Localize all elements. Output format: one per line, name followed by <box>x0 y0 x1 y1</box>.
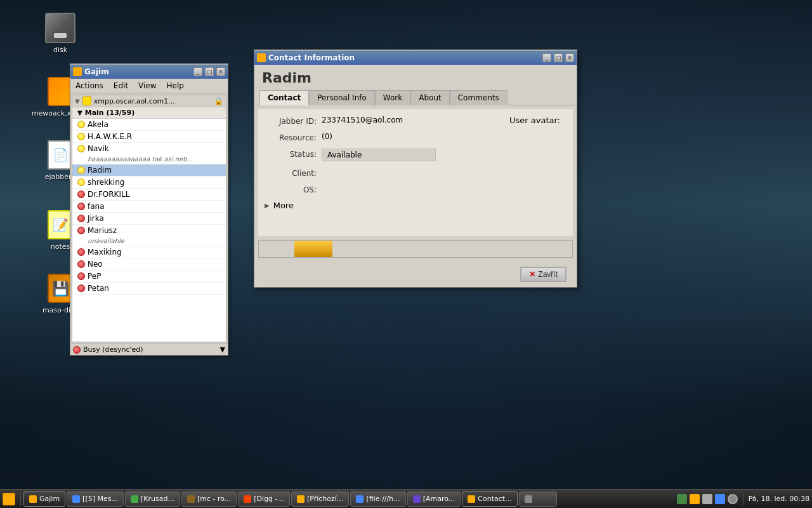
user-avatar-label: User avatar: <box>509 116 560 125</box>
hawker-name: H.A.W.K.E.R <box>88 132 132 141</box>
gajim-close-btn[interactable]: ✕ <box>216 67 225 76</box>
gajim-app-icon <box>73 67 82 76</box>
gajim-title: Gajim <box>84 67 191 76</box>
drforkill-name: Dr.FORKILL <box>88 190 129 199</box>
maxiking-name: Maxiking <box>88 248 122 257</box>
taskbar-btn-krusader[interactable]: [Krusad... <box>125 491 180 507</box>
os-row: OS: <box>265 184 566 194</box>
tab-work[interactable]: Work <box>375 90 410 105</box>
client-row: Client: <box>265 168 566 178</box>
menu-view[interactable]: View <box>136 80 159 91</box>
contact-list-inner[interactable]: ▼ xmpp.oscar.aol.com1... 🔒 ▼ Main (13/59… <box>72 95 226 342</box>
taskbar-btn-file[interactable]: [file:///h... <box>350 491 405 507</box>
taskbar-btn-mc[interactable]: [mc - ro... <box>181 491 237 507</box>
progress-left-pad <box>259 241 277 257</box>
tray-icon-3[interactable] <box>702 494 712 504</box>
fana-name: fana <box>88 202 105 211</box>
contact-shrekking[interactable]: shrekking <box>72 177 226 189</box>
menu-actions[interactable]: Actions <box>73 80 106 91</box>
more-triangle-icon: ▶ <box>265 202 270 209</box>
taskbar-sep-1 <box>20 493 21 505</box>
contact-pep[interactable]: PeP <box>72 271 226 283</box>
contact-navik[interactable]: Navik haaaaaaaaaaaaaaa tak asi neb... <box>72 143 226 164</box>
gajim-status-text: Busy (desync'ed) <box>83 345 218 354</box>
contact-fana[interactable]: fana <box>72 201 226 213</box>
account-row[interactable]: ▼ xmpp.oscar.aol.com1... 🔒 <box>72 95 226 107</box>
contact-taskbar-label: Contact... <box>478 495 511 503</box>
gajim-window: Gajim _ □ ✕ Actions Edit View Help ▼ xmp… <box>70 64 228 356</box>
petan-name: Petan <box>88 284 109 293</box>
file-taskbar-label: [file:///h... <box>366 495 400 503</box>
tab-comments[interactable]: Comments <box>450 90 508 105</box>
file-taskbar-icon <box>356 495 363 503</box>
contact-jirka[interactable]: Jirka <box>72 213 226 225</box>
taskbar-btn-prichozi[interactable]: [Příchozí... <box>291 491 349 507</box>
client-label: Client: <box>265 168 322 178</box>
menu-edit[interactable]: Edit <box>111 80 131 91</box>
contact-info-minimize-btn[interactable]: _ <box>542 53 551 62</box>
jabber-id-label: Jabber ID: <box>265 116 322 126</box>
mariusz-name: Mariusz <box>88 226 117 235</box>
taskbar-btn-extra[interactable] <box>519 491 557 507</box>
resource-label: Resource: <box>265 132 322 142</box>
contact-info-title: Contact Information <box>268 53 540 62</box>
jabber-id-value: 233741510@aol.com <box>322 116 403 124</box>
taskbar-btn-digg[interactable]: [Digg -... <box>238 491 290 507</box>
desktop: disk mewoack.xmp... 📄 ejabberd 📝 notes 💾… <box>0 0 812 508</box>
contact-neo[interactable]: Neo <box>72 258 226 271</box>
contact-drforkill[interactable]: Dr.FORKILL <box>72 189 226 201</box>
digg-taskbar-icon <box>244 495 251 503</box>
taskbar-btn-contact[interactable]: Contact... <box>462 491 517 507</box>
krusader-taskbar-label: [Krusad... <box>141 495 174 503</box>
more-row[interactable]: ▶ More <box>265 201 566 210</box>
os-label: OS: <box>265 184 322 194</box>
tab-about[interactable]: About <box>410 90 449 105</box>
hawker-status-icon <box>77 133 85 140</box>
mc-taskbar-icon <box>187 495 195 503</box>
tray-icon-2[interactable] <box>690 494 700 504</box>
gajim-maximize-btn[interactable]: □ <box>205 67 214 76</box>
contact-info-close-btn[interactable]: ✕ <box>565 53 574 62</box>
contact-mariusz[interactable]: Mariusz unavailable <box>72 225 226 246</box>
contact-radim[interactable]: Radim <box>72 164 226 177</box>
navik-sub: haaaaaaaaaaaaaaa tak asi neb... <box>77 156 193 163</box>
group-main[interactable]: ▼ Main (13/59) <box>72 107 226 119</box>
menu-help[interactable]: Help <box>164 80 187 91</box>
prichozi-taskbar-icon <box>297 495 304 503</box>
contact-hawker[interactable]: H.A.W.K.E.R <box>72 131 226 143</box>
close-button[interactable]: ✕ Zavřít <box>520 267 566 282</box>
taskbar-btn-gajim[interactable]: Gajim <box>23 491 65 507</box>
tray-icon-4[interactable] <box>715 494 725 504</box>
close-btn-label: Zavřít <box>538 270 558 279</box>
taskbar-clock: Pá, 18. led. 00:38 <box>749 495 809 503</box>
shrekking-status-icon <box>77 178 85 186</box>
contact-maxiking[interactable]: Maxiking <box>72 246 226 258</box>
gajim-statusbar: Busy (desync'ed) ▼ <box>70 344 228 355</box>
contact-name-header: Radim <box>254 65 577 90</box>
contact-akela[interactable]: Akela <box>72 119 226 131</box>
taskbar-start-icon[interactable] <box>3 493 15 505</box>
akela-status-icon <box>77 121 85 128</box>
contact-info-window: Contact Information _ □ ✕ Radim Contact … <box>254 50 577 288</box>
contact-list: ▼ xmpp.oscar.aol.com1... 🔒 ▼ Main (13/59… <box>72 95 226 342</box>
tray-icon-1[interactable] <box>677 494 687 504</box>
taskbar-right: Pá, 18. led. 00:38 <box>677 493 809 505</box>
tray-icon-5[interactable] <box>728 494 738 504</box>
contact-petan[interactable]: Petan <box>72 283 226 295</box>
status-row: Status: Available <box>265 149 566 161</box>
contact-info-app-icon <box>257 53 266 62</box>
contact-info-maximize-btn[interactable]: □ <box>554 53 563 62</box>
desktop-icon-disk[interactable]: disk <box>35 13 86 54</box>
gajim-minimize-btn[interactable]: _ <box>193 67 202 76</box>
gajim-status-arrow[interactable]: ▼ <box>220 345 225 354</box>
gajim-titlebar: Gajim _ □ ✕ <box>70 65 228 79</box>
tab-personal-info[interactable]: Personal Info <box>309 90 375 105</box>
extra-taskbar-icon <box>525 495 532 503</box>
taskbar-btn-amaro[interactable]: [Amaro... <box>407 491 461 507</box>
tab-contact[interactable]: Contact <box>259 90 309 105</box>
jirka-status-icon <box>77 215 85 222</box>
fana-status-icon <box>77 203 85 210</box>
taskbar-btn-mes[interactable]: [[5] Mes... <box>67 491 124 507</box>
resource-row: Resource: (0) <box>265 132 566 142</box>
digg-taskbar-label: [Digg -... <box>254 495 284 503</box>
